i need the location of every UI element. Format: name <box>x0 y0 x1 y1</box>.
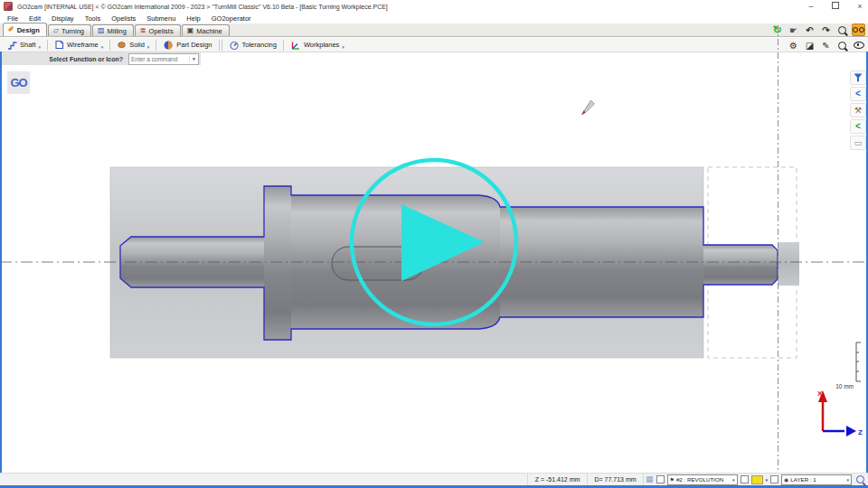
revolution-checkbox[interactable] <box>656 475 665 483</box>
part-design-icon <box>163 40 174 51</box>
go2cam-window: GO2cam [INTERNAL USE] < © GO2cam Interna… <box>0 0 868 488</box>
dropdown-arrow-icon: ▾ <box>147 44 150 50</box>
tab-milling[interactable]: ▨ Milling <box>92 24 134 36</box>
color-checkbox[interactable] <box>741 475 749 483</box>
solid-icon <box>117 40 127 50</box>
pencil-pot-icon[interactable]: ✎ <box>819 39 833 52</box>
layer-checkbox[interactable] <box>770 475 778 483</box>
tolerancing-icon <box>229 40 240 51</box>
menubar: File Edit Display Tools Opelists Submenu… <box>2 13 868 23</box>
drawing-canvas[interactable]: 10 mm X Z <box>0 52 868 474</box>
menu-help[interactable]: Help <box>181 14 205 23</box>
grid-icon[interactable]: ▦ <box>646 475 654 483</box>
d-coordinate: D= 77.713 mm <box>587 474 644 485</box>
eraser-icon[interactable]: ◪ <box>803 39 816 52</box>
wireframe-icon <box>54 40 64 50</box>
zoom-status-icon[interactable] <box>854 474 865 486</box>
flag-icon: ⚑ <box>670 476 675 483</box>
view-toolbar-row1: ↻ ☛ ↶ ↷ <box>770 23 865 36</box>
machining-icon[interactable]: ⚙ <box>787 39 800 52</box>
tab-strip: ✐ Design ▱ Turning ▨ Milling ≣ Opelists … <box>0 23 868 37</box>
turret-tool-button[interactable]: ⚒ <box>850 103 866 117</box>
menu-go2operator[interactable]: GO2operator <box>206 14 257 23</box>
milling-tab-icon: ▨ <box>98 27 105 34</box>
axis-z-label: Z <box>858 428 863 436</box>
swatch-dropdown-icon[interactable]: ▾ <box>766 477 769 483</box>
turning-tab-icon: ▱ <box>53 27 59 34</box>
workplanes-button[interactable]: Workplanes▾ <box>285 39 350 52</box>
axes-triad: X Z <box>817 389 863 436</box>
revolution-select[interactable]: ⚑ #2 : REVOLUTION ▾ <box>667 474 738 485</box>
filter-button[interactable] <box>850 70 866 85</box>
machine-tab-icon: ▣ <box>187 27 194 34</box>
pencil-cursor <box>580 99 598 117</box>
collapse-blue-button[interactable]: < <box>850 87 866 101</box>
dropdown-arrow-icon: ▾ <box>39 44 42 50</box>
dropdown-arrow-icon: ▾ <box>342 44 344 50</box>
view-glasses-button[interactable] <box>852 23 865 36</box>
z-coordinate: Z = -51.412 mm <box>527 474 587 485</box>
color-swatch[interactable] <box>751 475 763 484</box>
ribbon-toolbar: Shaft▾ Wireframe▾ Solid▾ Part Design Tol… <box>0 38 868 52</box>
tab-turning[interactable]: ▱ Turning <box>48 24 91 36</box>
design-tab-icon: ✐ <box>8 26 14 33</box>
minimize-button[interactable]: – <box>807 2 816 11</box>
refresh-icon[interactable]: ↻ <box>770 23 784 36</box>
layer-eye-icon: ◉ <box>784 476 788 483</box>
collapse-green-button[interactable]: < <box>850 119 866 134</box>
dropdown-arrow-icon: ▾ <box>101 44 104 50</box>
clamp-button[interactable]: ▭ <box>850 136 866 150</box>
datum-line <box>778 25 778 470</box>
menu-tools[interactable]: Tools <box>80 14 107 23</box>
window-border-left <box>0 52 2 488</box>
tab-opelists[interactable]: ≣ Opelists <box>135 24 181 36</box>
solid-button[interactable]: Solid▾ <box>111 39 155 52</box>
window-title: GO2cam [INTERNAL USE] < © GO2cam Interna… <box>17 4 388 10</box>
shaft-icon <box>7 40 17 50</box>
zoom-icon[interactable] <box>835 23 849 36</box>
tolerancing-button[interactable]: Tolerancing <box>223 39 282 52</box>
opelists-tab-icon: ≣ <box>140 27 146 34</box>
glasses-icon <box>853 27 864 33</box>
visibility-eye-icon[interactable] <box>852 39 865 52</box>
titlebar: GO2cam [INTERNAL USE] < © GO2cam Interna… <box>0 0 868 13</box>
menu-opelists[interactable]: Opelists <box>106 14 141 23</box>
layer-select[interactable]: ◉ LAYER : 1 ▾ <box>781 474 852 485</box>
shaft-button[interactable]: Shaft▾ <box>2 39 46 52</box>
pick-tool-icon[interactable]: ☛ <box>787 23 800 36</box>
scale-ruler <box>856 343 861 381</box>
wireframe-button[interactable]: Wireframe▾ <box>49 39 108 52</box>
undo-icon[interactable]: ↶ <box>803 23 816 36</box>
menu-edit[interactable]: Edit <box>24 14 46 23</box>
view-toolbar-row2: ⚙ ◪ ✎ <box>787 39 865 52</box>
tab-design[interactable]: ✐ Design <box>3 23 47 36</box>
status-bar: Z = -51.412 mm D= 77.713 mm ▦ ⚑ #2 : REV… <box>0 473 868 485</box>
workplanes-icon <box>290 40 301 51</box>
axis-x-label: X <box>817 389 823 398</box>
scale-label: 10 mm <box>835 383 854 389</box>
app-icon <box>4 2 13 11</box>
tab-machine[interactable]: ▣ Machine <box>182 24 230 36</box>
zoom-window-icon[interactable] <box>835 39 849 52</box>
restore-button[interactable] <box>831 2 840 11</box>
redo-icon[interactable]: ↷ <box>819 23 833 36</box>
close-button[interactable]: × <box>855 2 864 11</box>
right-mini-toolbar: < ⚒ < ▭ <box>850 70 866 150</box>
filter-icon <box>854 73 863 82</box>
menu-display[interactable]: Display <box>46 14 80 23</box>
part-design-button[interactable]: Part Design <box>157 39 217 52</box>
menu-file[interactable]: File <box>2 14 24 23</box>
menu-submenu[interactable]: Submenu <box>141 14 181 23</box>
